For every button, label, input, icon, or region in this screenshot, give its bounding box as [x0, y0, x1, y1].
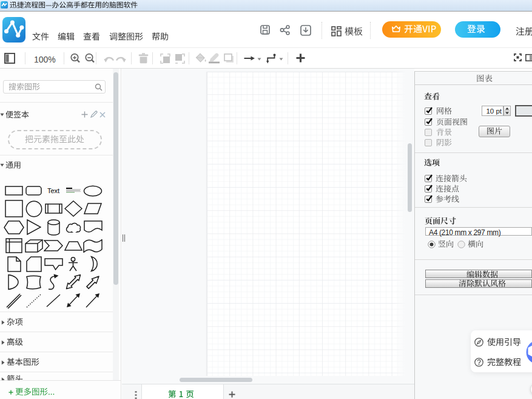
svg-text:Text: Text — [47, 187, 59, 194]
